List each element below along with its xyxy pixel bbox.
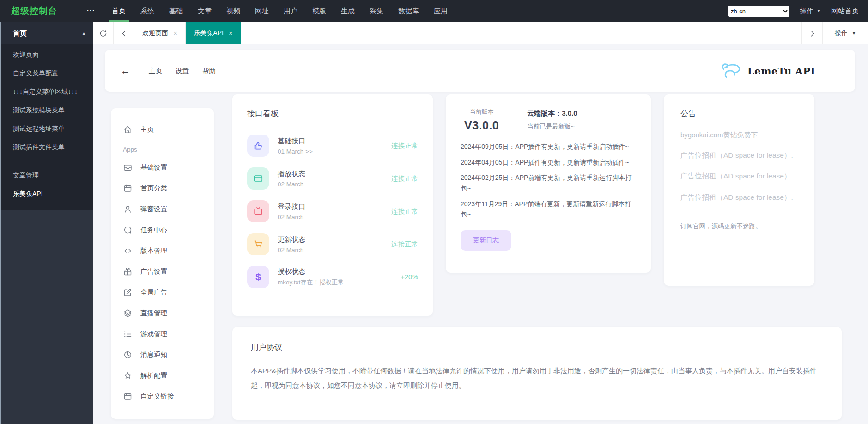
dashboard-row-title: 登录接口 [278,203,305,211]
card-title: 公告 [680,108,798,119]
sidebar-menu-bottom: 文章管理乐美兔API [0,166,93,203]
update-log-button[interactable]: 更新日志 [461,230,511,251]
ad-line: 广告位招租（AD space for lease）. [680,192,798,203]
current-version-block: 当前版本 V3.0.0 [461,108,503,132]
version-card: 当前版本 V3.0.0 云端版本：3.0.0 当前已是最新版~ 2024年09月… [446,94,651,273]
star-icon [123,371,133,381]
edit-icon [123,288,133,297]
credit-card-icon [247,167,269,190]
close-icon[interactable]: ✕ [173,31,177,37]
sidebar-item[interactable]: 测试插件文件菜单 [0,138,93,156]
sidebar-item[interactable]: 测试远程地址菜单 [0,119,93,138]
sidebar-item[interactable]: 欢迎页面 [0,45,93,64]
dashboard-row[interactable]: 登录接口02 March连接正常 [247,200,418,222]
menu-item-label: 自定义链接 [140,392,174,401]
header-link[interactable]: 设置 [176,67,189,75]
menu-item[interactable]: 游戏管理 [111,324,214,344]
nav-item[interactable]: 用户 [276,0,305,22]
current-version-label: 当前版本 [464,108,499,116]
menu-item-label: 解析配置 [140,371,167,380]
nav-item[interactable]: 模版 [305,0,334,22]
user-icon [123,204,133,214]
menu-item[interactable]: 版本管理 [111,240,214,261]
header-link[interactable]: 帮助 [202,67,216,75]
sidebar-item[interactable]: 文章管理 [0,166,93,184]
sidebar-group-home[interactable]: 首页 ▲ [0,22,93,44]
tab-action-dropdown[interactable]: 操作 ▼ [822,22,868,44]
caret-down-icon: ▼ [852,31,856,36]
nav-item[interactable]: 网址 [248,0,276,22]
dashboard-row-title: 授权状态 [278,267,344,276]
dashboard-row[interactable]: $授权状态mkey.txt存在！授权正常+20% [247,266,418,288]
status-badge: 连接正常 [391,207,418,216]
tab[interactable]: 欢迎页面✕ [134,22,186,44]
tab-scroll-left-button[interactable] [114,22,134,44]
sidebar-item[interactable]: 测试系统模块菜单 [0,101,93,119]
sidebar-menu-top: 欢迎页面自定义菜单配置↓↓↓自定义菜单区域↓↓↓测试系统模块菜单测试远程地址菜单… [0,45,93,156]
menu-item[interactable]: 任务中心 [111,220,214,240]
menu-item[interactable]: 主页 [111,119,214,140]
nav-item[interactable]: 应用 [426,0,455,22]
dashboard-row-title: 更新状态 [278,235,305,244]
pie-chart-icon [123,350,133,360]
nav-item[interactable]: 数据库 [391,0,426,22]
menu-item[interactable]: 解析配置 [111,365,214,386]
nav-item[interactable]: 视频 [219,0,248,22]
tabs-container: 欢迎页面✕乐美兔API✕ [134,22,241,44]
menu-item[interactable]: 基础设置 [111,157,214,178]
menu-item[interactable]: 首页分类 [111,178,214,199]
nav-item[interactable]: 生成 [334,0,362,22]
ad-line: 广告位招租（AD space for lease）. [680,171,798,181]
menu-item[interactable]: 广告设置 [111,261,214,282]
sidebar-item[interactable]: 乐美兔API [0,184,93,203]
nav-item[interactable]: 采集 [362,0,391,22]
more-icon[interactable]: ··· [87,6,95,14]
menu-item[interactable]: 全局广告 [111,282,214,303]
menu-item[interactable]: 弹窗设置 [111,199,214,220]
dashboard-row-info: 更新状态02 March [278,235,305,253]
topnav-action-dropdown[interactable]: 操作 ▼ [800,7,821,16]
nav-item[interactable]: 文章 [190,0,219,22]
dashboard-row[interactable]: 播放状态02 March连接正常 [247,167,418,190]
dashboard-row[interactable]: 基础接口01 March >>连接正常 [247,135,418,157]
tab-scroll-right-button[interactable] [801,22,822,44]
cloud-version-block: 云端版本：3.0.0 当前已是最新版~ [527,109,577,131]
menu-item-label: 广告设置 [140,267,167,276]
nav-item[interactable]: 基础 [162,0,190,22]
dashboard-row-title: 基础接口 [278,137,313,146]
status-badge: 连接正常 [391,141,418,150]
menu-item[interactable]: 直播管理 [111,303,214,324]
sidebar-item[interactable]: 自定义菜单配置 [0,64,93,82]
announcement-footer: 订阅官网，源码更新不迷路。 [680,222,798,231]
latest-version-note: 当前已是最新版~ [527,123,577,131]
dashboard-row-info: 授权状态mkey.txt存在！授权正常 [278,267,344,287]
dashboard-row[interactable]: 更新状态02 March连接正常 [247,233,418,255]
ad-lines: 广告位招租（AD space for lease）.广告位招租（AD space… [680,150,798,203]
cart-icon [247,233,269,255]
refresh-button[interactable] [93,22,114,44]
header-link[interactable]: 主页 [149,67,162,75]
menu-item[interactable]: 自定义链接 [111,386,214,407]
card-title: 用户协议 [251,342,823,353]
sidebar: 首页 ▲ 欢迎页面自定义菜单配置↓↓↓自定义菜单区域↓↓↓测试系统模块菜单测试远… [0,22,93,424]
tab[interactable]: 乐美兔API✕ [186,22,241,44]
dashboard-row-title: 播放状态 [278,170,305,178]
caret-down-icon: ▼ [817,9,821,13]
card-title: 接口看板 [247,108,418,119]
status-badge: +20% [401,273,419,281]
back-arrow-icon[interactable]: ← [121,65,130,76]
dashboard-row-info: 登录接口02 March [278,203,305,221]
close-icon[interactable]: ✕ [229,31,233,37]
chevron-left-icon [120,29,128,38]
menu-item-label: 版本管理 [140,246,167,255]
nav-item[interactable]: 首页 [104,0,133,22]
sidebar-item[interactable]: ↓↓↓自定义菜单区域↓↓↓ [0,82,93,101]
site-home-link[interactable]: 网站首页 [831,7,859,16]
page-header: ← 主页设置帮助 LemeTu API [105,50,855,92]
topnav-items: 首页系统基础文章视频网址用户模版生成采集数据库应用 [104,0,455,22]
nav-item[interactable]: 系统 [133,0,162,22]
language-select[interactable]: zh-cn [728,6,789,17]
dashboard-row-subtitle: 02 March [278,214,305,221]
menu-item[interactable]: 消息通知 [111,344,214,365]
sidebar-scrollbar[interactable] [0,22,1,424]
